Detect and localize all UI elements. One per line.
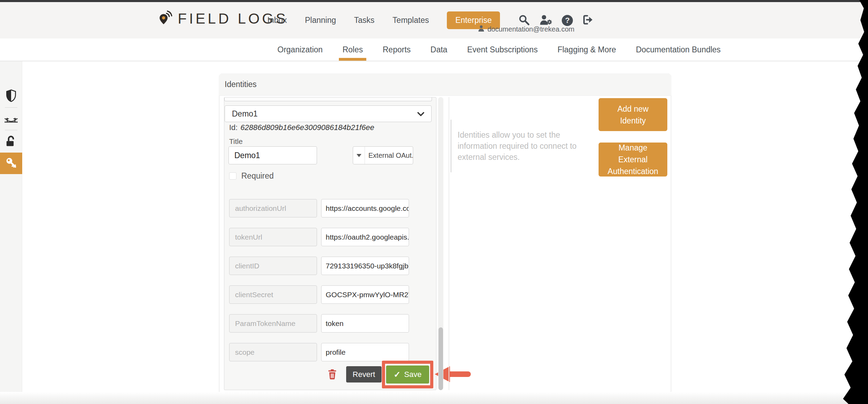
add-new-identity-button[interactable]: Add new Identity xyxy=(599,98,667,131)
delete-identity-button[interactable] xyxy=(327,369,337,380)
sidebar-item-bridges[interactable] xyxy=(0,110,22,131)
scope-name-input[interactable]: scope xyxy=(229,343,317,361)
bridge-icon xyxy=(4,115,18,126)
tokenUrl-name-input[interactable]: tokenUrl xyxy=(229,228,317,246)
title-input-value: Demo1 xyxy=(234,151,260,160)
save-button[interactable]: ✓ Save xyxy=(386,366,429,384)
tokenUrl-value-input[interactable]: https://oauth2.googleapis. xyxy=(321,228,409,246)
clientID-name-input[interactable]: clientID xyxy=(229,257,317,275)
identity-select[interactable]: Demo1 xyxy=(225,105,432,122)
id-label: Id: xyxy=(229,123,237,132)
tab-event-subscriptions[interactable]: Event Subscriptions xyxy=(467,38,537,61)
nav-item-templates[interactable]: Templates xyxy=(393,16,429,25)
ParamTokenName-name-input[interactable]: ParamTokenName xyxy=(229,314,317,333)
type-select-value: External OAut.. xyxy=(365,152,413,160)
subnav-tabs: Organization Roles Reports Data Event Su… xyxy=(277,38,721,61)
shield-icon xyxy=(6,89,17,104)
help-icon[interactable]: ? xyxy=(562,15,573,26)
role-sidebar xyxy=(0,61,22,404)
panel-column-divider xyxy=(449,97,449,390)
logout-icon[interactable] xyxy=(582,14,594,27)
clientSecret-name-input[interactable]: clientSecret xyxy=(229,285,317,304)
sidebar-item-unlock[interactable] xyxy=(0,131,22,153)
key-icon xyxy=(5,156,18,171)
ParamTokenName-value-input[interactable]: token xyxy=(321,314,409,333)
identity-type-select[interactable]: External OAut.. xyxy=(353,146,413,164)
tab-organization[interactable]: Organization xyxy=(277,38,323,61)
panel-title: Identities xyxy=(225,80,257,89)
scrolled-element-remnant xyxy=(224,97,432,101)
trash-icon xyxy=(327,375,337,381)
nav-item-planning[interactable]: Planning xyxy=(305,16,336,25)
identities-panel-header: Identities xyxy=(219,74,671,96)
tab-roles[interactable]: Roles xyxy=(342,38,363,61)
sidebar-separator xyxy=(5,130,17,130)
id-value: 62886d809b16e6e3009086184b21f6ee xyxy=(240,123,374,132)
identity-id-line: Id:62886d809b16e6e3009086184b21f6ee xyxy=(229,123,374,132)
title-input[interactable]: Demo1 xyxy=(228,146,317,164)
identities-description: Identities allow you to set the informat… xyxy=(451,120,600,172)
authorizationUrl-name-input[interactable]: authorizationUrl xyxy=(229,199,317,217)
user-icon xyxy=(478,25,485,34)
authorizationUrl-value-input[interactable]: https://accounts.google.co xyxy=(321,199,409,217)
app-screen: FIELD LOGS Inbox Planning Tasks Template… xyxy=(0,0,868,404)
identity-select-value: Demo1 xyxy=(232,109,258,119)
save-button-label: Save xyxy=(404,370,422,379)
tab-reports[interactable]: Reports xyxy=(383,38,411,61)
tab-data[interactable]: Data xyxy=(431,38,448,61)
user-email: documentation@trekea.com xyxy=(487,25,574,33)
form-scrollbar-thumb[interactable] xyxy=(439,327,443,390)
required-checkbox[interactable] xyxy=(229,172,236,180)
required-row: Required xyxy=(229,171,274,181)
unlock-icon xyxy=(5,135,17,149)
clientSecret-value-input[interactable]: GOCSPX-pmwYylO-MR2W xyxy=(321,285,409,304)
required-label: Required xyxy=(241,171,274,181)
revert-button[interactable]: Revert xyxy=(346,366,382,382)
sidebar-separator xyxy=(5,107,17,108)
type-select-caret-cell xyxy=(353,147,365,164)
triangle-down-icon xyxy=(357,154,361,157)
check-icon: ✓ xyxy=(394,370,401,379)
nav-item-inbox[interactable]: Inbox xyxy=(267,16,287,25)
map-pin-signal-icon xyxy=(157,10,173,27)
manage-external-authentication-button[interactable]: Manage External Authentication xyxy=(599,143,667,177)
viewport-bottom-fade xyxy=(0,392,868,404)
annotation-arrow-tail xyxy=(449,371,471,377)
sidebar-item-permissions[interactable] xyxy=(0,86,22,107)
scope-value-input[interactable]: profile xyxy=(321,343,409,361)
tab-flagging-and-more[interactable]: Flagging & More xyxy=(558,38,616,61)
user-email-row[interactable]: documentation@trekea.com xyxy=(478,25,574,34)
title-label: Title xyxy=(229,137,243,146)
nav-item-tasks[interactable]: Tasks xyxy=(354,16,375,25)
sidebar-item-identities[interactable] xyxy=(0,153,22,174)
chevron-down-icon xyxy=(417,109,424,119)
tab-documentation-bundles[interactable]: Documentation Bundles xyxy=(636,38,720,61)
clientID-value-input[interactable]: 729133196350-up3k8fgjb0 xyxy=(321,257,409,275)
